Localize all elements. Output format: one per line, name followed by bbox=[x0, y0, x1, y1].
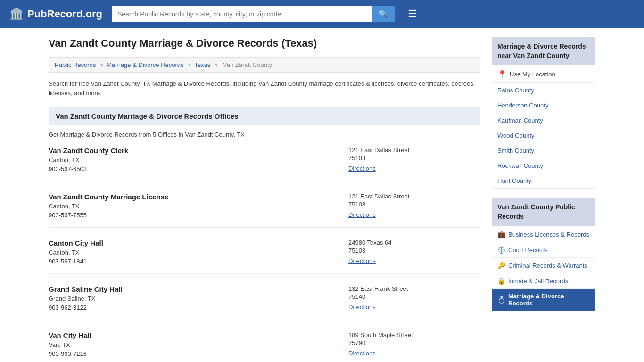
nearby-county-item[interactable]: Kaufman County bbox=[492, 113, 595, 128]
office-name: Canton City Hall bbox=[49, 239, 348, 247]
office-entry: Canton City Hall Canton, TX 903-567-1841… bbox=[49, 239, 480, 274]
breadcrumb-marriage-records[interactable]: Marriage & Divorce Records bbox=[107, 61, 183, 68]
search-input[interactable] bbox=[112, 6, 372, 22]
office-right-1: 121 East Dallas Street 75103 Directions bbox=[348, 193, 480, 219]
office-right-2: 24980 Texas 64 75103 Directions bbox=[348, 239, 480, 265]
public-record-item[interactable]: 💼 Business Licenses & Records bbox=[492, 227, 595, 242]
office-zip: 75103 bbox=[348, 201, 480, 208]
office-zip: 75103 bbox=[348, 247, 480, 254]
record-icon: 🔒 bbox=[497, 277, 505, 285]
office-city: Canton, TX bbox=[49, 249, 348, 256]
logo[interactable]: 🏛️ PubRecord.org bbox=[9, 8, 102, 21]
office-name: Grand Saline City Hall bbox=[49, 285, 348, 293]
record-icon: 🔑 bbox=[497, 262, 505, 269]
office-entry: Van Zandt County Marriage License Canton… bbox=[49, 193, 480, 228]
record-icon: ⚖️ bbox=[497, 246, 505, 254]
office-phone: 903-963-7216 bbox=[49, 350, 348, 357]
office-phone: 903-962-3122 bbox=[49, 304, 348, 311]
page-description: Search for free Van Zandt County, TX Mar… bbox=[49, 79, 480, 98]
office-right-0: 121 East Dallas Street 75103 Directions bbox=[348, 147, 480, 173]
office-left-4: Van City Hall Van, TX 903-963-7216 bbox=[49, 331, 348, 357]
logo-icon: 🏛️ bbox=[9, 8, 24, 21]
nearby-section: Marriage & Divorce Records near Van Zand… bbox=[492, 37, 595, 189]
public-record-item[interactable]: 🔑 Criminal Records & Warrants bbox=[492, 258, 595, 273]
record-label: Business Licenses & Records bbox=[508, 231, 589, 238]
office-city: Canton, TX bbox=[49, 156, 348, 164]
search-button[interactable]: 🔍 bbox=[372, 6, 395, 22]
office-phone: 903-567-1841 bbox=[49, 258, 348, 265]
directions-link[interactable]: Directions bbox=[348, 304, 376, 311]
office-name: Van City Hall bbox=[49, 331, 348, 339]
nearby-counties-list: Rains CountyHenderson CountyKaufman Coun… bbox=[492, 83, 595, 189]
content-area: Van Zandt County Marriage & Divorce Reco… bbox=[49, 37, 480, 362]
office-right-3: 132 East Frank Street 75140 Directions bbox=[348, 285, 480, 311]
use-my-location-label: Use My Location bbox=[510, 71, 555, 78]
record-label: Inmate & Jail Records bbox=[508, 278, 568, 285]
public-records-list: 💼 Business Licenses & Records ⚖️ Court R… bbox=[492, 227, 595, 311]
office-city: Grand Saline, TX bbox=[49, 295, 348, 302]
office-address: 121 East Dallas Street bbox=[348, 147, 480, 154]
office-address: 132 East Frank Street bbox=[348, 285, 480, 292]
office-address: 24980 Texas 64 bbox=[348, 239, 480, 246]
office-name: Van Zandt County Marriage License bbox=[49, 193, 348, 201]
office-city: Canton, TX bbox=[49, 203, 348, 210]
office-left-2: Canton City Hall Canton, TX 903-567-1841 bbox=[49, 239, 348, 265]
record-icon: 💍 bbox=[497, 296, 505, 304]
nearby-county-item[interactable]: Rains County bbox=[492, 83, 595, 98]
header: 🏛️ PubRecord.org 🔍 ☰ bbox=[0, 0, 644, 28]
breadcrumb-public-records[interactable]: Public Records bbox=[55, 61, 96, 68]
nearby-county-item[interactable]: Henderson County bbox=[492, 98, 595, 113]
nearby-county-item[interactable]: Wood County bbox=[492, 128, 595, 143]
breadcrumb-current: Van Zandt County bbox=[223, 61, 272, 68]
public-record-item[interactable]: ⚖️ Court Records bbox=[492, 242, 595, 258]
main-container: Van Zandt County Marriage & Divorce Reco… bbox=[39, 28, 605, 362]
office-zip: 75790 bbox=[348, 339, 480, 346]
page-title: Van Zandt County Marriage & Divorce Reco… bbox=[49, 37, 480, 49]
office-entry: Grand Saline City Hall Grand Saline, TX … bbox=[49, 285, 480, 320]
record-label: Marriage & Divorce Records bbox=[508, 293, 590, 307]
record-label: Criminal Records & Warrants bbox=[508, 262, 587, 269]
public-records-section: Van Zandt County Public Records 💼 Busine… bbox=[492, 198, 595, 311]
nearby-county-item[interactable]: Rockwall County bbox=[492, 158, 595, 173]
use-my-location[interactable]: 📍 Use My Location bbox=[492, 66, 595, 83]
record-label: Court Records bbox=[508, 247, 548, 254]
sidebar: Marriage & Divorce Records near Van Zand… bbox=[492, 37, 595, 362]
office-left-0: Van Zandt County Clerk Canton, TX 903-56… bbox=[49, 147, 348, 173]
office-entry: Van City Hall Van, TX 903-963-7216 189 S… bbox=[49, 331, 480, 362]
office-phone: 903-567-6503 bbox=[49, 165, 348, 173]
breadcrumb: Public Records > Marriage & Divorce Reco… bbox=[49, 57, 480, 73]
office-address: 189 South Maple Street bbox=[348, 331, 480, 338]
office-name: Van Zandt County Clerk bbox=[49, 147, 348, 155]
office-left-1: Van Zandt County Marriage License Canton… bbox=[49, 193, 348, 219]
directions-link[interactable]: Directions bbox=[348, 165, 376, 172]
offices-list: Van Zandt County Clerk Canton, TX 903-56… bbox=[49, 147, 480, 362]
directions-link[interactable]: Directions bbox=[348, 211, 376, 218]
office-zip: 75140 bbox=[348, 293, 480, 300]
record-icon: 💼 bbox=[497, 230, 505, 238]
office-left-3: Grand Saline City Hall Grand Saline, TX … bbox=[49, 285, 348, 311]
office-zip: 75103 bbox=[348, 155, 480, 162]
directions-link[interactable]: Directions bbox=[348, 350, 376, 357]
office-phone: 903-567-7555 bbox=[49, 212, 348, 219]
public-records-header: Van Zandt County Public Records bbox=[492, 198, 595, 226]
section-header: Van Zandt County Marriage & Divorce Reco… bbox=[49, 107, 480, 125]
logo-text: PubRecord.org bbox=[27, 8, 102, 20]
office-entry: Van Zandt County Clerk Canton, TX 903-56… bbox=[49, 147, 480, 181]
office-city: Van, TX bbox=[49, 341, 348, 348]
search-icon: 🔍 bbox=[379, 10, 388, 18]
office-address: 121 East Dallas Street bbox=[348, 193, 480, 200]
search-bar: 🔍 bbox=[112, 6, 395, 22]
office-right-4: 189 South Maple Street 75790 Directions bbox=[348, 331, 480, 357]
nearby-header: Marriage & Divorce Records near Van Zand… bbox=[492, 37, 595, 65]
menu-button[interactable]: ☰ bbox=[408, 8, 417, 20]
nearby-county-item[interactable]: Hunt County bbox=[492, 173, 595, 189]
nearby-county-item[interactable]: Smith County bbox=[492, 143, 595, 158]
public-record-item[interactable]: 🔒 Inmate & Jail Records bbox=[492, 273, 595, 289]
public-record-item[interactable]: 💍 Marriage & Divorce Records bbox=[492, 289, 595, 311]
breadcrumb-texas[interactable]: Texas bbox=[194, 61, 210, 68]
location-icon: 📍 bbox=[497, 70, 507, 79]
directions-link[interactable]: Directions bbox=[348, 257, 376, 264]
offices-count: Get Marriage & Divorce Records from 5 Of… bbox=[49, 131, 480, 138]
menu-icon: ☰ bbox=[408, 8, 417, 20]
